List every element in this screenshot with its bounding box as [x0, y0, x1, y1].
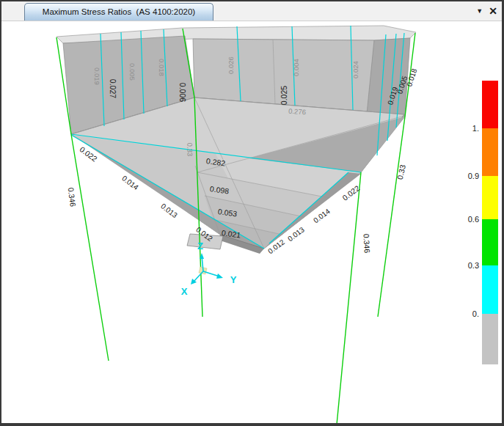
legend-segment	[482, 314, 498, 364]
legend-segment	[482, 128, 498, 176]
axis-triad	[191, 253, 223, 284]
stress-label: 0.027	[109, 79, 117, 98]
model-viewport[interactable]: X Y Z 0.0190.0270.0050.0180.0060.0260.00…	[1, 21, 502, 425]
legend-tick-label: 0.	[472, 309, 479, 318]
stress-label: 0.025	[280, 86, 288, 105]
x-axis-label: X	[181, 286, 188, 297]
stress-label: 0.024	[351, 61, 359, 78]
legend-tick-label: 0.6	[468, 215, 479, 224]
stress-label: 0.005	[128, 63, 136, 81]
z-axis-label: Z	[197, 240, 203, 251]
chevron-down-icon[interactable]: ▼	[476, 7, 483, 15]
stress-label: 0.026	[227, 56, 235, 74]
legend-segment	[482, 219, 498, 265]
stress-label: 0.014	[312, 207, 332, 224]
titlebar-icons: ▼ ✕	[476, 1, 497, 21]
results-window: Maximum Stress Ratios (AS 4100:2020) ▼ ✕	[0, 0, 504, 426]
legend-segment	[482, 81, 498, 128]
legend-tick-label: 0.3	[468, 261, 479, 270]
stress-label: 0.33	[186, 143, 194, 157]
stress-label: 0.346	[362, 233, 372, 253]
stress-label: 0.276	[288, 107, 306, 117]
title-bar: Maximum Stress Ratios (AS 4100:2020) ▼ ✕	[1, 1, 502, 21]
stress-label: 0.019	[93, 67, 101, 85]
results-tab[interactable]: Maximum Stress Ratios (AS 4100:2020)	[24, 3, 213, 21]
stress-label: 0.004	[292, 59, 300, 76]
stress-label: 0.006	[178, 83, 187, 102]
stress-label: 0.33	[395, 164, 407, 180]
legend-segment	[482, 265, 498, 314]
legend-segment	[482, 176, 498, 219]
legend-colorbar: 1.0.90.60.30.	[468, 81, 498, 364]
legend-tick-label: 0.9	[468, 172, 479, 180]
legend-tick-label: 1.	[472, 124, 479, 133]
y-axis-label: Y	[230, 274, 237, 285]
close-icon[interactable]: ✕	[489, 6, 497, 16]
stress-label: 0.018	[158, 59, 166, 76]
stress-label: 0.346	[67, 187, 78, 208]
axis-labels: X Y Z	[181, 240, 237, 297]
